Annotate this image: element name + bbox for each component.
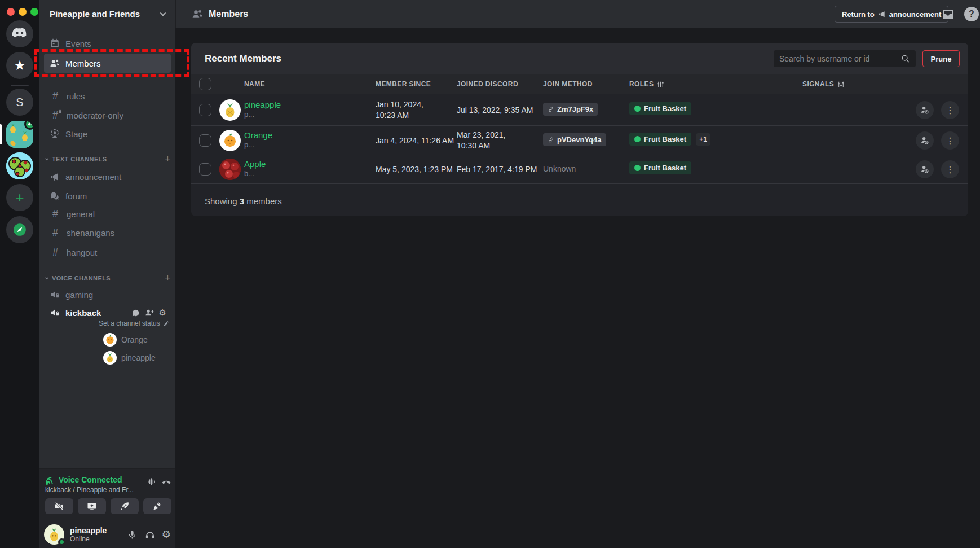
return-to-announcement-button[interactable]: Return to announcement bbox=[835, 6, 948, 23]
card-header: Recent Members Prune bbox=[191, 43, 968, 74]
table-row[interactable]: Apple b... May 5, 2023, 1:23 PM Feb 17, … bbox=[191, 155, 968, 183]
member-options-button[interactable]: ⋮ bbox=[941, 160, 959, 178]
invite-person-add-icon[interactable] bbox=[145, 308, 154, 317]
filter-sliders-icon[interactable] bbox=[657, 81, 664, 88]
channel-settings-gear-icon[interactable]: ⚙ bbox=[159, 308, 166, 318]
timeout-member-button[interactable] bbox=[916, 101, 934, 119]
invite-code: pVDevnYq4a bbox=[557, 135, 602, 144]
voice-location[interactable]: kickback / Pineapple and Fr... bbox=[45, 486, 134, 494]
member-options-button[interactable]: ⋮ bbox=[941, 131, 959, 150]
close-window-button[interactable] bbox=[7, 8, 15, 16]
column-joined-discord[interactable]: JOINED DISCORD bbox=[457, 80, 518, 88]
member-options-button[interactable]: ⋮ bbox=[941, 101, 959, 119]
help-button[interactable]: ? bbox=[964, 7, 979, 21]
extra-roles-badge[interactable]: +1 bbox=[696, 133, 710, 146]
search-icon[interactable] bbox=[901, 54, 910, 63]
maximize-window-button[interactable] bbox=[30, 8, 38, 16]
row-checkbox[interactable] bbox=[199, 104, 211, 116]
member-avatar[interactable] bbox=[219, 159, 241, 180]
sidebar-item-moderator-only[interactable]: # moderator-only bbox=[44, 106, 171, 125]
member-name[interactable]: pineapple bbox=[244, 100, 281, 110]
channel-status-label: Set a channel status bbox=[99, 319, 160, 327]
favorites-star-button[interactable]: ★ bbox=[6, 52, 33, 79]
join-method-cell[interactable]: pVDevnYq4a bbox=[543, 133, 606, 146]
roles-cell: Fruit Basket bbox=[629, 161, 691, 174]
sidebar-item-forum[interactable]: forum bbox=[44, 186, 171, 205]
timeout-member-button[interactable] bbox=[916, 160, 934, 178]
soundboard-button[interactable] bbox=[143, 498, 171, 514]
create-channel-plus-icon[interactable]: + bbox=[165, 273, 171, 284]
set-channel-status[interactable]: Set a channel status bbox=[99, 319, 169, 327]
member-name[interactable]: Apple bbox=[244, 159, 266, 169]
table-row[interactable]: Orange p... Jan 4, 2024, 11:26 AM Mar 23… bbox=[191, 125, 968, 155]
voice-user-pineapple[interactable]: pineapple bbox=[103, 351, 156, 365]
column-join-method[interactable]: JOIN METHOD bbox=[543, 80, 593, 88]
soundboard-icon bbox=[152, 501, 162, 511]
column-signals[interactable]: SIGNALS bbox=[802, 80, 845, 88]
sidebar-item-shenanigans[interactable]: # shenanigans bbox=[44, 223, 171, 242]
speaker-lock-icon bbox=[50, 290, 60, 300]
column-roles[interactable]: ROLES bbox=[629, 80, 664, 88]
camera-button[interactable] bbox=[45, 498, 73, 514]
row-checkbox[interactable] bbox=[199, 163, 211, 176]
server-item-pineapple-and-friends[interactable] bbox=[6, 121, 33, 148]
member-name[interactable]: Orange bbox=[244, 130, 272, 141]
member-since-cell: Jan 10, 2024, 10:23 AM bbox=[376, 99, 444, 121]
search-input[interactable] bbox=[779, 54, 901, 63]
minimize-window-button[interactable] bbox=[19, 8, 27, 16]
user-avatar[interactable] bbox=[44, 524, 64, 545]
soundwave-icon[interactable] bbox=[147, 477, 156, 486]
section-label: TEXT CHANNELS bbox=[52, 156, 107, 163]
table-column-header: NAME MEMBER SINCE JOINED DISCORD JOIN ME… bbox=[191, 74, 968, 94]
table-row[interactable]: pineapple p... Jan 10, 2024, 10:23 AM Ju… bbox=[191, 94, 968, 125]
server-item-apple-tree[interactable] bbox=[6, 152, 33, 179]
voice-connected-status[interactable]: Voice Connected bbox=[59, 475, 122, 484]
sidebar-item-stage[interactable]: Stage bbox=[44, 124, 171, 143]
select-all-checkbox[interactable] bbox=[199, 78, 211, 90]
sidebar-item-announcement[interactable]: announcement bbox=[44, 167, 171, 186]
discover-servers-button[interactable] bbox=[6, 216, 33, 243]
sidebar-item-gaming[interactable]: gaming bbox=[44, 285, 171, 304]
timeout-member-button[interactable] bbox=[916, 131, 934, 150]
text-channels-section-header[interactable]: TEXT CHANNELS + bbox=[44, 152, 171, 166]
open-chat-icon[interactable] bbox=[131, 309, 140, 317]
member-search bbox=[774, 50, 916, 67]
pencil-icon bbox=[163, 321, 169, 327]
join-method-cell[interactable]: Zm7JpF9x bbox=[543, 103, 598, 116]
discord-home-button[interactable] bbox=[6, 20, 33, 47]
server-item-s[interactable]: S bbox=[6, 89, 33, 116]
sidebar-item-general[interactable]: # general bbox=[44, 204, 171, 223]
help-icon: ? bbox=[969, 9, 974, 19]
headphones-icon[interactable] bbox=[145, 529, 155, 540]
row-checkbox[interactable] bbox=[199, 134, 211, 147]
server-name-header[interactable]: Pineapple and Friends bbox=[39, 0, 175, 28]
sidebar-item-hangout[interactable]: # hangout bbox=[44, 243, 171, 262]
member-avatar[interactable] bbox=[219, 130, 241, 151]
sidebar-item-events[interactable]: Events bbox=[44, 34, 171, 53]
column-member-since[interactable]: MEMBER SINCE bbox=[376, 80, 431, 88]
sidebar-item-members[interactable]: Members bbox=[44, 54, 171, 73]
voice-status-panel: Voice Connected kickback / Pineapple and… bbox=[39, 468, 175, 548]
member-avatar[interactable] bbox=[219, 99, 241, 121]
filter-sliders-icon[interactable] bbox=[837, 81, 845, 88]
column-name[interactable]: NAME bbox=[244, 80, 265, 88]
voice-channels-section-header[interactable]: VOICE CHANNELS + bbox=[44, 271, 171, 285]
sidebar-item-label: Events bbox=[65, 39, 91, 49]
user-info[interactable]: pineapple Online bbox=[70, 526, 127, 543]
sidebar-item-rules[interactable]: # rules bbox=[44, 86, 171, 106]
hangup-phone-icon[interactable] bbox=[161, 477, 171, 487]
channel-label: rules bbox=[67, 91, 85, 101]
prune-button[interactable]: Prune bbox=[922, 50, 960, 67]
create-channel-plus-icon[interactable]: + bbox=[165, 154, 171, 165]
screenshare-button[interactable] bbox=[78, 498, 106, 514]
activities-button[interactable] bbox=[111, 498, 139, 514]
mic-icon[interactable] bbox=[127, 530, 137, 540]
joined-discord-cell: Mar 23, 2021, 10:30 AM bbox=[457, 130, 526, 151]
hash-icon: # bbox=[50, 247, 61, 258]
avatar bbox=[103, 351, 117, 365]
inbox-icon[interactable] bbox=[941, 7, 955, 21]
voice-user-orange[interactable]: Orange bbox=[103, 333, 148, 347]
user-settings-gear-icon[interactable]: ⚙ bbox=[162, 528, 171, 541]
card-title: Recent Members bbox=[205, 53, 281, 64]
add-server-button[interactable]: + bbox=[6, 184, 33, 211]
